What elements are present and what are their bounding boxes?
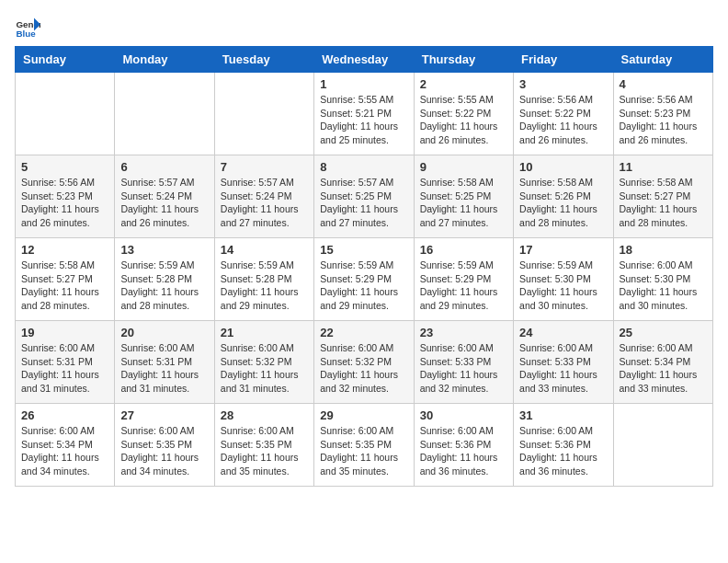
calendar-week-row: 26Sunrise: 6:00 AMSunset: 5:34 PMDayligh… xyxy=(16,404,713,487)
day-info-text: Sunrise: 6:00 AM xyxy=(120,424,208,438)
day-info-text: Sunrise: 5:59 AM xyxy=(420,259,507,272)
day-info-text: Sunset: 5:27 PM xyxy=(620,190,707,203)
day-info-text: Sunrise: 5:57 AM xyxy=(320,176,407,190)
day-info-text: Sunrise: 5:59 AM xyxy=(221,259,308,272)
day-info-text: Daylight: 11 hours and 35 minutes. xyxy=(221,451,308,477)
calendar-cell xyxy=(115,73,214,155)
day-info-text: Sunset: 5:28 PM xyxy=(120,272,208,286)
day-info-text: Sunrise: 6:00 AM xyxy=(519,341,607,355)
day-info-text: Daylight: 11 hours and 36 minutes. xyxy=(519,451,607,477)
day-info-text: Sunset: 5:31 PM xyxy=(120,355,208,369)
day-info-text: Sunset: 5:35 PM xyxy=(221,438,308,452)
day-info-text: Sunrise: 5:55 AM xyxy=(320,93,407,107)
day-info-text: Sunset: 5:25 PM xyxy=(320,190,407,203)
logo-icon: General Blue xyxy=(15,15,40,40)
day-number: 1 xyxy=(320,77,407,91)
day-info-text: Daylight: 11 hours and 26 minutes. xyxy=(519,120,607,146)
day-number: 19 xyxy=(21,326,108,339)
day-info-text: Daylight: 11 hours and 31 minutes. xyxy=(221,368,308,395)
calendar-cell: 13Sunrise: 5:59 AMSunset: 5:28 PMDayligh… xyxy=(115,238,214,321)
day-number: 3 xyxy=(519,77,607,91)
day-info-text: Sunset: 5:34 PM xyxy=(620,355,707,369)
day-info-text: Daylight: 11 hours and 28 minutes. xyxy=(120,285,208,312)
day-info-text: Daylight: 11 hours and 30 minutes. xyxy=(620,285,707,312)
day-info-text: Sunrise: 6:00 AM xyxy=(320,341,407,355)
day-info-text: Sunrise: 6:00 AM xyxy=(120,341,208,355)
logo[interactable]: General Blue xyxy=(15,15,44,40)
day-header-monday: Monday xyxy=(115,47,214,73)
day-number: 20 xyxy=(120,326,208,339)
calendar-cell: 16Sunrise: 5:59 AMSunset: 5:29 PMDayligh… xyxy=(414,238,513,321)
calendar-table: SundayMondayTuesdayWednesdayThursdayFrid… xyxy=(15,46,713,487)
calendar-cell: 1Sunrise: 5:55 AMSunset: 5:21 PMDaylight… xyxy=(314,73,414,155)
calendar-cell: 15Sunrise: 5:59 AMSunset: 5:29 PMDayligh… xyxy=(314,238,414,321)
day-info-text: Daylight: 11 hours and 27 minutes. xyxy=(320,202,407,229)
day-info-text: Daylight: 11 hours and 35 minutes. xyxy=(320,451,407,477)
day-info-text: Sunrise: 5:55 AM xyxy=(420,93,507,107)
calendar-cell: 18Sunrise: 6:00 AMSunset: 5:30 PMDayligh… xyxy=(613,238,712,321)
day-info-text: Sunset: 5:31 PM xyxy=(21,355,108,369)
day-number: 29 xyxy=(320,408,407,422)
calendar-cell: 4Sunrise: 5:56 AMSunset: 5:23 PMDaylight… xyxy=(613,73,712,155)
day-info-text: Sunset: 5:29 PM xyxy=(320,272,407,286)
calendar-cell: 7Sunrise: 5:57 AMSunset: 5:24 PMDaylight… xyxy=(214,155,313,238)
day-number: 17 xyxy=(519,243,607,257)
day-number: 15 xyxy=(320,243,407,257)
day-info-text: Daylight: 11 hours and 26 minutes. xyxy=(620,120,707,146)
day-number: 26 xyxy=(21,408,108,422)
day-info-text: Sunset: 5:35 PM xyxy=(320,438,407,452)
calendar-cell: 9Sunrise: 5:58 AMSunset: 5:25 PMDaylight… xyxy=(414,155,513,238)
calendar-cell xyxy=(613,404,712,487)
day-info-text: Sunset: 5:30 PM xyxy=(519,272,607,286)
day-number: 7 xyxy=(221,160,308,174)
day-header-saturday: Saturday xyxy=(613,47,712,73)
day-info-text: Sunrise: 5:59 AM xyxy=(519,259,607,272)
day-info-text: Sunset: 5:22 PM xyxy=(420,107,507,121)
calendar-cell: 2Sunrise: 5:55 AMSunset: 5:22 PMDaylight… xyxy=(414,73,513,155)
calendar-week-row: 19Sunrise: 6:00 AMSunset: 5:31 PMDayligh… xyxy=(16,321,713,404)
day-info-text: Sunset: 5:27 PM xyxy=(21,272,108,286)
day-info-text: Sunrise: 5:56 AM xyxy=(620,93,707,107)
calendar-cell: 29Sunrise: 6:00 AMSunset: 5:35 PMDayligh… xyxy=(314,404,414,487)
day-info-text: Daylight: 11 hours and 29 minutes. xyxy=(320,285,407,312)
day-number: 9 xyxy=(420,160,507,174)
calendar-cell: 27Sunrise: 6:00 AMSunset: 5:35 PMDayligh… xyxy=(115,404,214,487)
calendar-cell: 20Sunrise: 6:00 AMSunset: 5:31 PMDayligh… xyxy=(115,321,214,404)
day-info-text: Sunrise: 6:00 AM xyxy=(221,341,308,355)
day-info-text: Daylight: 11 hours and 26 minutes. xyxy=(420,120,507,146)
day-info-text: Sunrise: 6:00 AM xyxy=(221,424,308,438)
calendar-cell: 28Sunrise: 6:00 AMSunset: 5:35 PMDayligh… xyxy=(214,404,313,487)
calendar-cell: 30Sunrise: 6:00 AMSunset: 5:36 PMDayligh… xyxy=(414,404,513,487)
day-info-text: Sunrise: 5:56 AM xyxy=(519,93,607,107)
day-info-text: Sunrise: 6:00 AM xyxy=(519,424,607,438)
day-info-text: Sunrise: 6:00 AM xyxy=(21,424,108,438)
day-info-text: Daylight: 11 hours and 31 minutes. xyxy=(21,368,108,395)
day-number: 24 xyxy=(519,326,607,339)
calendar-cell: 10Sunrise: 5:58 AMSunset: 5:26 PMDayligh… xyxy=(514,155,613,238)
day-info-text: Sunset: 5:34 PM xyxy=(21,438,108,452)
day-info-text: Daylight: 11 hours and 33 minutes. xyxy=(519,368,607,395)
day-info-text: Sunrise: 5:58 AM xyxy=(519,176,607,190)
calendar-cell: 19Sunrise: 6:00 AMSunset: 5:31 PMDayligh… xyxy=(16,321,115,404)
day-info-text: Sunrise: 5:56 AM xyxy=(21,176,108,190)
day-info-text: Daylight: 11 hours and 30 minutes. xyxy=(519,285,607,312)
day-info-text: Sunset: 5:25 PM xyxy=(420,190,507,203)
day-info-text: Daylight: 11 hours and 36 minutes. xyxy=(420,451,507,477)
day-info-text: Sunset: 5:33 PM xyxy=(519,355,607,369)
day-info-text: Sunset: 5:26 PM xyxy=(519,190,607,203)
day-header-wednesday: Wednesday xyxy=(314,47,414,73)
day-info-text: Sunset: 5:23 PM xyxy=(620,107,707,121)
calendar-cell: 6Sunrise: 5:57 AMSunset: 5:24 PMDaylight… xyxy=(115,155,214,238)
day-info-text: Daylight: 11 hours and 34 minutes. xyxy=(120,451,208,477)
calendar-cell: 26Sunrise: 6:00 AMSunset: 5:34 PMDayligh… xyxy=(16,404,115,487)
day-number: 6 xyxy=(120,160,208,174)
calendar-cell: 31Sunrise: 6:00 AMSunset: 5:36 PMDayligh… xyxy=(514,404,613,487)
day-number: 2 xyxy=(420,77,507,91)
day-info-text: Daylight: 11 hours and 27 minutes. xyxy=(420,202,507,229)
day-number: 30 xyxy=(420,408,507,422)
day-number: 31 xyxy=(519,408,607,422)
day-info-text: Sunset: 5:24 PM xyxy=(120,190,208,203)
day-number: 25 xyxy=(620,326,707,339)
day-info-text: Daylight: 11 hours and 29 minutes. xyxy=(221,285,308,312)
day-info-text: Daylight: 11 hours and 25 minutes. xyxy=(320,120,407,146)
